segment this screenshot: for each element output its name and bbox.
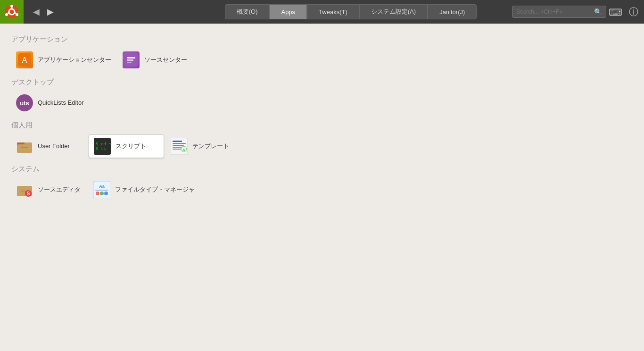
svg-point-41 [104,192,108,195]
templates-label: テンプレート [192,142,229,150]
app-item-source-editor[interactable]: S ソースエディタ [11,178,87,201]
svg-text:A: A [182,148,185,152]
appcenter-icon: A [16,51,33,68]
search-input[interactable] [516,8,594,15]
quicklists-icon: uts [16,94,33,111]
tab-overview[interactable]: 概要(O) [225,4,270,19]
scripts-icon: $ cd ~ $ ls [94,138,111,155]
section-desktop-items: uts QuickLists Editor [11,92,633,114]
section-personal-items: User Folder $ cd ~ $ ls スクリプト [11,134,633,158]
section-system-items: S ソースエディタ Aa ファイルタイプ・マネージャ [11,178,633,201]
source-center-icon [123,51,140,68]
scripts-label: スクリプト [116,142,146,150]
tab-tweaks[interactable]: Tweaks(T) [307,4,359,19]
svg-point-2 [10,5,13,8]
svg-rect-11 [127,57,135,58]
svg-rect-23 [171,138,188,155]
app-item-user-folder[interactable]: User Folder [11,134,87,158]
appcenter-label: アプリケーションセンター [38,56,111,64]
svg-rect-38 [95,190,108,191]
filetype-label: ファイルタイプ・マネージャ [115,186,195,194]
svg-line-7 [8,13,9,14]
svg-rect-19 [21,147,28,148]
section-applications-items: A アプリケーションセンター ソースセンター [11,49,633,71]
tabs-container: 概要(O) Apps Tweaks(T) システム設定(A) Janitor(J… [225,4,477,19]
keyboard-icon-button[interactable]: ⌨ [607,5,624,19]
svg-rect-13 [127,62,132,63]
app-item-quicklists[interactable]: uts QuickLists Editor [11,92,89,114]
forward-button[interactable]: ▶ [43,5,58,19]
header-right-icons: ⌨ ⓘ [607,5,640,19]
user-folder-label: User Folder [38,142,70,150]
svg-text:$ ls: $ ls [96,146,106,151]
app-item-source-center[interactable]: ソースセンター [118,49,193,71]
section-title-system: システム [11,165,633,174]
header: ◀ ▶ 概要(O) Apps Tweaks(T) システム設定(A) Janit… [0,0,644,24]
section-title-applications: アプリケーション [11,35,633,44]
tab-system-settings[interactable]: システム設定(A) [359,4,428,19]
tab-janitor[interactable]: Janitor(J) [428,4,477,19]
templates-icon: A [171,138,188,155]
svg-text:S: S [27,191,30,196]
back-button[interactable]: ◀ [29,5,43,19]
filetype-icon: Aa [93,181,110,198]
svg-rect-24 [173,141,182,142]
ubuntu-logo[interactable] [0,0,24,24]
source-center-label: ソースセンター [144,56,187,64]
svg-point-4 [5,13,8,16]
svg-text:A: A [22,56,27,64]
svg-text:$ cd ~: $ cd ~ [96,142,111,146]
svg-text:Aa: Aa [99,184,105,189]
source-editor-label: ソースエディタ [38,186,81,194]
section-title-desktop: デスクトップ [11,78,633,87]
section-title-personal: 個人用 [11,121,633,130]
user-folder-icon [16,138,33,155]
search-box[interactable]: 🔍 [512,6,606,18]
svg-point-39 [96,192,99,195]
main-content: アプリケーション A アプリケーションセンター ソースセンター [0,24,644,210]
svg-rect-18 [17,144,32,153]
app-item-appcenter[interactable]: A アプリケーションセンター [11,49,116,71]
svg-rect-25 [173,143,186,144]
app-item-filetype[interactable]: Aa ファイルタイプ・マネージャ [89,178,199,201]
source-editor-icon: S [16,181,33,198]
svg-rect-26 [173,145,184,146]
search-icon: 🔍 [594,8,602,16]
svg-text:uts: uts [20,100,29,107]
svg-rect-12 [127,59,133,61]
svg-point-3 [16,13,18,16]
info-icon-button[interactable]: ⓘ [627,5,640,19]
svg-line-6 [15,13,16,14]
svg-rect-28 [173,149,181,150]
quicklists-label: QuickLists Editor [38,99,84,107]
app-item-templates[interactable]: A テンプレート [166,134,241,158]
app-item-scripts[interactable]: $ cd ~ $ ls スクリプト [89,134,164,158]
tab-apps[interactable]: Apps [269,4,307,19]
svg-point-40 [100,192,104,195]
